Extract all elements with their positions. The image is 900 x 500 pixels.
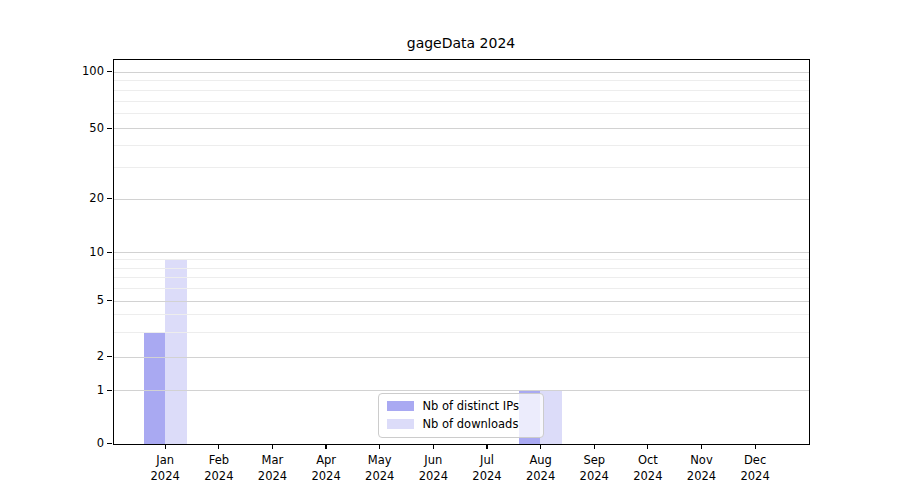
y-major-gridline (114, 357, 809, 358)
y-minor-gridline (114, 113, 809, 114)
x-tick-label: Dec2024 (727, 452, 783, 484)
x-tick-label-year: 2024 (459, 468, 515, 484)
bar-distinct-ips-jan (144, 332, 166, 444)
y-minor-gridline (114, 332, 809, 333)
x-tick-label-year: 2024 (727, 468, 783, 484)
y-minor-gridline (114, 288, 809, 289)
y-major-gridline (114, 128, 809, 129)
x-tick-label-month: May (352, 452, 408, 468)
x-tick-label-year: 2024 (137, 468, 193, 484)
x-tick-mark (701, 445, 702, 449)
y-tick-mark (107, 443, 112, 444)
chart-title: gageData 2024 (112, 35, 810, 51)
x-tick-label-month: Nov (674, 452, 730, 468)
x-tick-label-month: Jul (459, 452, 515, 468)
y-tick-label: 50 (36, 121, 104, 136)
y-tick-label: 100 (36, 64, 104, 79)
x-tick-label: Mar2024 (244, 452, 300, 484)
x-tick-label-month: Jun (405, 452, 461, 468)
y-tick-mark (107, 390, 112, 391)
y-minor-gridline (114, 80, 809, 81)
y-major-gridline (114, 72, 809, 73)
y-tick-label: 1 (36, 383, 104, 398)
x-tick-label: Feb2024 (191, 452, 247, 484)
x-tick-mark (486, 445, 487, 449)
legend: Nb of distinct IPs Nb of downloads (378, 393, 544, 438)
y-minor-gridline (114, 259, 809, 260)
y-tick-mark (107, 356, 112, 357)
legend-label-distinct-ips: Nb of distinct IPs (423, 399, 519, 413)
x-tick-mark (433, 445, 434, 449)
y-minor-gridline (114, 277, 809, 278)
x-tick-label-year: 2024 (298, 468, 354, 484)
y-minor-gridline (114, 268, 809, 269)
y-tick-mark (107, 300, 112, 301)
x-tick-label: Jul2024 (459, 452, 515, 484)
x-tick-label-month: Oct (620, 452, 676, 468)
x-tick-label-year: 2024 (244, 468, 300, 484)
legend-label-downloads: Nb of downloads (423, 417, 519, 431)
x-tick-mark (755, 445, 756, 449)
y-tick-mark (107, 252, 112, 253)
y-tick-label: 2 (36, 349, 104, 364)
x-tick-label: Nov2024 (674, 452, 730, 484)
x-tick-label-month: Dec (727, 452, 783, 468)
x-tick-mark (594, 445, 595, 449)
y-minor-gridline (114, 101, 809, 102)
y-tick-label: 10 (36, 245, 104, 260)
y-major-gridline (114, 301, 809, 302)
x-tick-label: Jun2024 (405, 452, 461, 484)
y-major-gridline (114, 390, 809, 391)
x-tick-label-month: Feb (191, 452, 247, 468)
x-tick-mark (218, 445, 219, 449)
x-tick-mark (165, 445, 166, 449)
y-tick-label: 20 (36, 191, 104, 206)
x-tick-mark (272, 445, 273, 449)
x-tick-label-year: 2024 (513, 468, 569, 484)
x-tick-label-year: 2024 (620, 468, 676, 484)
y-minor-gridline (114, 314, 809, 315)
x-tick-label-month: Sep (566, 452, 622, 468)
x-tick-mark (325, 445, 326, 449)
legend-row-downloads: Nb of downloads (387, 417, 535, 432)
legend-row-distinct-ips: Nb of distinct IPs (387, 399, 535, 414)
x-tick-label-year: 2024 (352, 468, 408, 484)
y-tick-mark (107, 128, 112, 129)
x-tick-label-year: 2024 (191, 468, 247, 484)
x-tick-label-year: 2024 (405, 468, 461, 484)
y-tick-mark (107, 198, 112, 199)
x-tick-label: Aug2024 (513, 452, 569, 484)
x-tick-label: Sep2024 (566, 452, 622, 484)
figure-canvas: gageData 2024 Nb of distinct IPs Nb of d… (0, 0, 900, 500)
legend-swatch-downloads (387, 419, 414, 429)
x-tick-label-month: Apr (298, 452, 354, 468)
y-tick-label: 5 (36, 293, 104, 308)
bar-downloads-aug (540, 390, 562, 444)
x-tick-label-month: Mar (244, 452, 300, 468)
x-tick-mark (379, 445, 380, 449)
y-minor-gridline (114, 167, 809, 168)
x-tick-label-month: Jan (137, 452, 193, 468)
y-tick-label: 0 (36, 436, 104, 451)
x-tick-mark (540, 445, 541, 449)
y-major-gridline (114, 252, 809, 253)
x-tick-label: May2024 (352, 452, 408, 484)
x-tick-label-year: 2024 (566, 468, 622, 484)
y-major-gridline (114, 199, 809, 200)
legend-swatch-distinct-ips (387, 401, 414, 411)
x-tick-label: Jan2024 (137, 452, 193, 484)
y-tick-mark (107, 71, 112, 72)
x-tick-label: Apr2024 (298, 452, 354, 484)
x-tick-mark (647, 445, 648, 449)
x-tick-label-year: 2024 (674, 468, 730, 484)
y-minor-gridline (114, 145, 809, 146)
x-tick-label: Oct2024 (620, 452, 676, 484)
plot-area: Nb of distinct IPs Nb of downloads (113, 59, 810, 445)
x-tick-label-month: Aug (513, 452, 569, 468)
plot-inner (114, 60, 809, 444)
y-minor-gridline (114, 90, 809, 91)
